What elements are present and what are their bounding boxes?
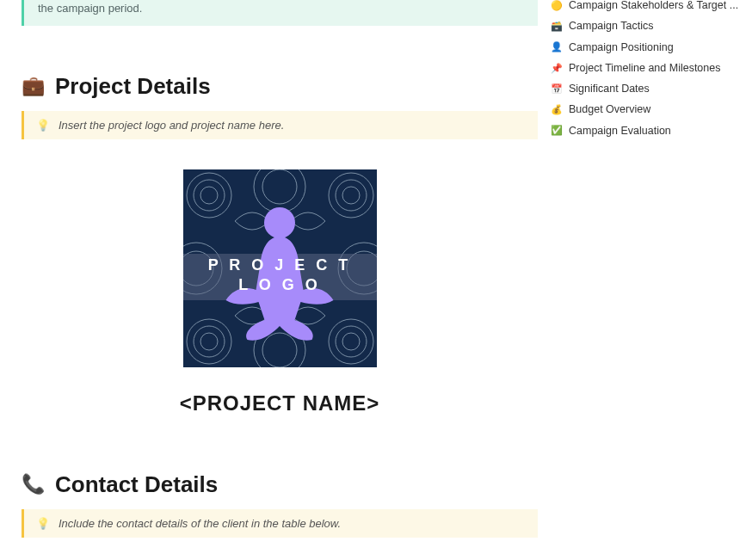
sidebar-item[interactable]: 🟡 Campaign Stakeholders & Target ...: [551, 0, 749, 15]
heading-text: Project Details: [55, 73, 211, 100]
dot-icon: 🟡: [551, 0, 563, 11]
contact-details-heading: 📞 Contact Details: [22, 471, 538, 498]
pin-icon: 📌: [551, 62, 563, 74]
project-tip-callout: 💡 Insert the project logo and project na…: [22, 111, 538, 139]
heading-text: Contact Details: [55, 471, 218, 498]
sidebar-item-label: Project Timeline and Milestones: [569, 61, 720, 75]
sidebar-item-label: Campaign Stakeholders & Target ...: [569, 0, 738, 12]
sidebar-item[interactable]: 💰 Budget Overview: [551, 99, 749, 120]
sidebar-item-label: Campaign Positioning: [569, 40, 674, 54]
sidebar-item-label: Significant Dates: [569, 82, 650, 95]
project-name-placeholder[interactable]: <PROJECT NAME>: [22, 391, 538, 415]
sidebar-item[interactable]: ✅ Campaign Evaluation: [551, 120, 749, 141]
archive-icon: 🗃️: [551, 20, 563, 32]
sidebar-item[interactable]: 👤 Campaign Positioning: [551, 37, 749, 58]
project-logo-placeholder[interactable]: P R O J E C T L O G O: [183, 169, 377, 367]
sidebar-item[interactable]: 📅 Significant Dates: [551, 78, 749, 99]
contact-tip-text: Include the contact details of the clien…: [59, 517, 341, 530]
logo-text-line1: P R O J E C T: [183, 255, 377, 275]
sidebar-item[interactable]: 🗃️ Campaign Tactics: [551, 15, 749, 36]
moneybag-icon: 💰: [551, 103, 563, 115]
logo-text: P R O J E C T L O G O: [183, 255, 377, 296]
contact-tip-callout: 💡 Include the contact details of the cli…: [22, 509, 538, 538]
project-logo-block: P R O J E C T L O G O <PROJECT NAME>: [22, 169, 538, 415]
check-icon: ✅: [551, 124, 563, 136]
svg-point-21: [264, 207, 295, 238]
intro-callout: the campaign period.: [22, 0, 538, 26]
sidebar-item-label: Campaign Tactics: [569, 19, 653, 33]
phone-icon: 📞: [22, 473, 45, 495]
sidebar-item-label: Budget Overview: [569, 102, 650, 116]
lightbulb-icon: 💡: [36, 119, 50, 132]
project-details-heading: 💼 Project Details: [22, 73, 538, 100]
person-icon: 👤: [551, 40, 563, 52]
calendar-icon: 📅: [551, 83, 563, 95]
sidebar-item-label: Campaign Evaluation: [569, 124, 671, 138]
lightbulb-icon: 💡: [36, 517, 50, 530]
intro-text: the campaign period.: [38, 2, 142, 15]
sidebar-item[interactable]: 📌 Project Timeline and Milestones: [551, 58, 749, 78]
logo-text-line2: L O G O: [183, 275, 377, 295]
briefcase-icon: 💼: [22, 75, 45, 97]
outline-sidebar: 🟡 Campaign Stakeholders & Target ... 🗃️ …: [551, 0, 749, 141]
project-tip-text: Insert the project logo and project name…: [59, 119, 284, 132]
main-content: the campaign period. 💼 Project Details 💡…: [22, 0, 538, 560]
